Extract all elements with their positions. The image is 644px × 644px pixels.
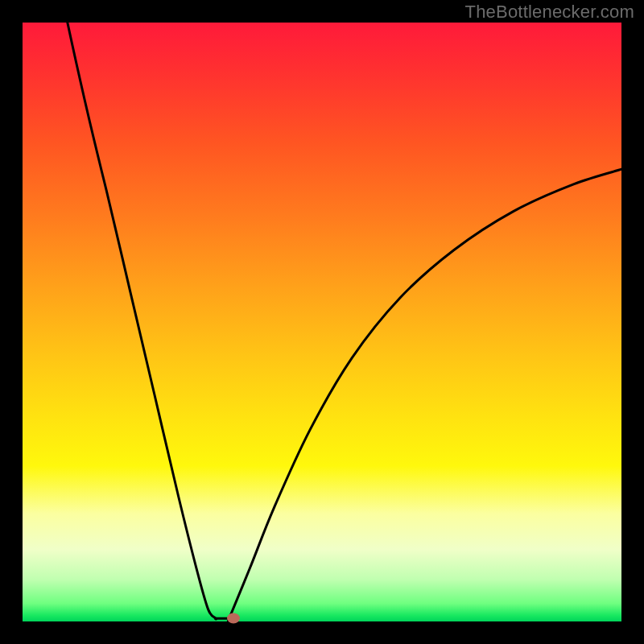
- curve-svg: [23, 23, 621, 621]
- bottleneck-curve: [68, 23, 621, 621]
- optimal-point-marker: [227, 613, 240, 623]
- plot-area: [23, 23, 621, 621]
- watermark-text: TheBottlenecker.com: [465, 2, 634, 23]
- chart-frame: TheBottlenecker.com: [0, 0, 644, 644]
